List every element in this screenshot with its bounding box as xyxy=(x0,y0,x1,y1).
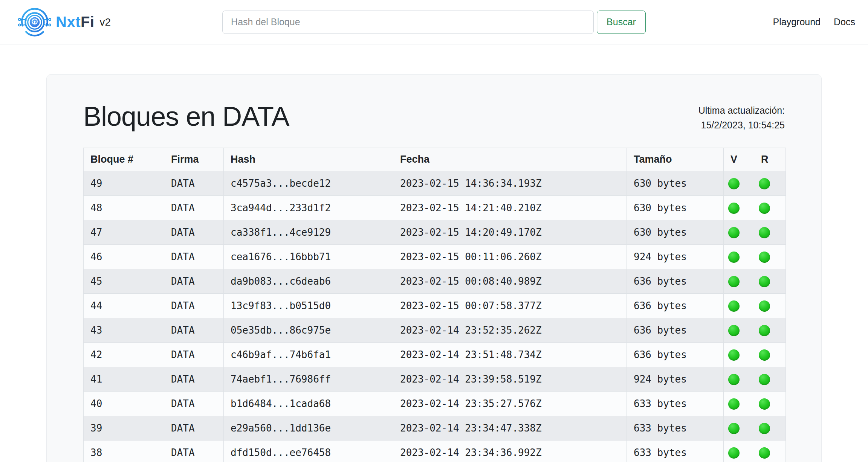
table-row: 47DATAca338f1...4ce91292023-02-15 14:20:… xyxy=(84,220,786,245)
verified-status-icon xyxy=(728,227,740,238)
replicated-cell xyxy=(754,220,786,245)
nav-link-playground[interactable]: Playground xyxy=(773,17,821,27)
verified-status-icon xyxy=(728,447,740,459)
replicated-status-icon xyxy=(759,227,770,238)
cell-block: 46 xyxy=(84,245,164,269)
replicated-status-icon xyxy=(759,203,770,214)
brand-name: NxtFi xyxy=(56,14,95,30)
last-update-label: Ultima actualización: xyxy=(698,103,785,118)
cell-fecha: 2023-02-14 23:34:36.992Z xyxy=(393,441,627,462)
search-input[interactable] xyxy=(222,11,594,34)
cell-fecha: 2023-02-15 14:21:40.210Z xyxy=(393,196,627,220)
table-body: 49DATAc4575a3...becde122023-02-15 14:36:… xyxy=(84,171,786,462)
search-group: Buscar xyxy=(222,11,646,34)
replicated-cell xyxy=(754,343,786,367)
cell-fecha: 2023-02-14 23:35:27.576Z xyxy=(393,392,627,416)
panel-header: Bloques en DATA Ultima actualización: 15… xyxy=(83,101,785,133)
brand-name-part1: Nxt xyxy=(56,14,81,30)
cell-hash: 3ca944d...233d1f2 xyxy=(224,196,393,220)
replicated-status-icon xyxy=(759,349,770,361)
cell-tamano: 630 bytes xyxy=(627,196,724,220)
verified-cell xyxy=(724,367,754,392)
replicated-cell xyxy=(754,171,786,196)
table-row: 46DATAcea1676...16bbb712023-02-15 00:11:… xyxy=(84,245,786,269)
replicated-status-icon xyxy=(759,398,770,410)
brand[interactable]: NxtFi v2 xyxy=(17,6,111,38)
replicated-cell xyxy=(754,318,786,343)
cell-hash: c4575a3...becde12 xyxy=(224,171,393,196)
replicated-status-icon xyxy=(759,447,770,459)
col-header-firma: Firma xyxy=(164,148,224,171)
cell-block: 38 xyxy=(84,441,164,462)
verified-status-icon xyxy=(728,374,740,385)
replicated-cell xyxy=(754,196,786,220)
replicated-cell xyxy=(754,441,786,462)
table-row: 42DATAc46b9af...74b6fa12023-02-14 23:51:… xyxy=(84,343,786,367)
verified-status-icon xyxy=(728,300,740,312)
brand-logo-icon xyxy=(17,6,53,38)
table-row: 48DATA3ca944d...233d1f22023-02-15 14:21:… xyxy=(84,196,786,220)
cell-hash: b1d6484...1cada68 xyxy=(224,392,393,416)
cell-firma: DATA xyxy=(164,318,224,343)
cell-tamano: 636 bytes xyxy=(627,343,724,367)
cell-tamano: 633 bytes xyxy=(627,416,724,441)
table-row: 38DATAdfd150d...ee764582023-02-14 23:34:… xyxy=(84,441,786,462)
table-row: 41DATA74aebf1...76986ff2023-02-14 23:39:… xyxy=(84,367,786,392)
replicated-status-icon xyxy=(759,276,770,287)
cell-fecha: 2023-02-14 23:52:35.262Z xyxy=(393,318,627,343)
cell-block: 42 xyxy=(84,343,164,367)
cell-hash: 74aebf1...76986ff xyxy=(224,367,393,392)
page-title: Bloques en DATA xyxy=(83,101,289,132)
verified-cell xyxy=(724,269,754,294)
verified-status-icon xyxy=(728,398,740,410)
col-header-tamano: Tamaño xyxy=(627,148,724,171)
cell-fecha: 2023-02-15 00:07:58.377Z xyxy=(393,294,627,318)
brand-version: v2 xyxy=(100,16,111,28)
table-header: Bloque # Firma Hash Fecha Tamaño V R xyxy=(84,148,786,171)
cell-firma: DATA xyxy=(164,220,224,245)
table-row: 39DATAe29a560...1dd136e2023-02-14 23:34:… xyxy=(84,416,786,441)
cell-block: 45 xyxy=(84,269,164,294)
blocks-panel: Bloques en DATA Ultima actualización: 15… xyxy=(46,74,822,462)
verified-cell xyxy=(724,318,754,343)
table-row: 43DATA05e35db...86c975e2023-02-14 23:52:… xyxy=(84,318,786,343)
col-header-hash: Hash xyxy=(224,148,393,171)
verified-status-icon xyxy=(728,178,740,189)
cell-block: 39 xyxy=(84,416,164,441)
nav-link-docs[interactable]: Docs xyxy=(834,17,855,27)
verified-status-icon xyxy=(728,276,740,287)
cell-fecha: 2023-02-15 14:36:34.193Z xyxy=(393,171,627,196)
cell-block: 44 xyxy=(84,294,164,318)
col-header-fecha: Fecha xyxy=(393,148,627,171)
cell-hash: da9b083...c6deab6 xyxy=(224,269,393,294)
cell-tamano: 924 bytes xyxy=(627,367,724,392)
cell-block: 49 xyxy=(84,171,164,196)
verified-cell xyxy=(724,392,754,416)
cell-firma: DATA xyxy=(164,196,224,220)
table-row: 44DATA13c9f83...b0515d02023-02-15 00:07:… xyxy=(84,294,786,318)
replicated-status-icon xyxy=(759,325,770,336)
verified-status-icon xyxy=(728,325,740,336)
search-button[interactable]: Buscar xyxy=(597,11,646,34)
cell-firma: DATA xyxy=(164,441,224,462)
replicated-status-icon xyxy=(759,300,770,312)
cell-hash: 05e35db...86c975e xyxy=(224,318,393,343)
cell-tamano: 636 bytes xyxy=(627,269,724,294)
cell-firma: DATA xyxy=(164,245,224,269)
cell-hash: ca338f1...4ce9129 xyxy=(224,220,393,245)
cell-hash: 13c9f83...b0515d0 xyxy=(224,294,393,318)
cell-block: 41 xyxy=(84,367,164,392)
verified-cell xyxy=(724,416,754,441)
cell-fecha: 2023-02-14 23:51:48.734Z xyxy=(393,343,627,367)
replicated-cell xyxy=(754,294,786,318)
col-header-v: V xyxy=(724,148,754,171)
cell-firma: DATA xyxy=(164,171,224,196)
cell-hash: dfd150d...ee76458 xyxy=(224,441,393,462)
cell-tamano: 636 bytes xyxy=(627,318,724,343)
replicated-status-icon xyxy=(759,252,770,263)
cell-firma: DATA xyxy=(164,392,224,416)
cell-firma: DATA xyxy=(164,343,224,367)
replicated-status-icon xyxy=(759,423,770,434)
brand-name-part2: Fi xyxy=(81,14,95,30)
verified-cell xyxy=(724,171,754,196)
